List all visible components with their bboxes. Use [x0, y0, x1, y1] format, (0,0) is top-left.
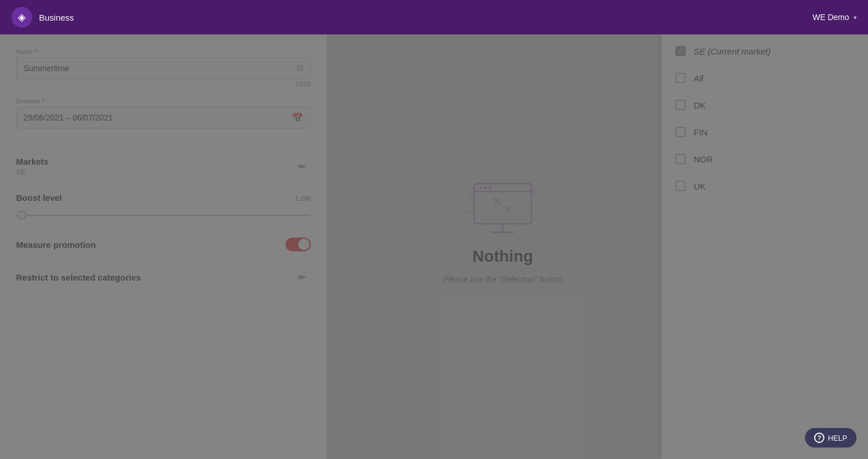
chevron-down-icon: ▾ — [854, 14, 857, 21]
overlay — [0, 34, 868, 459]
help-button[interactable]: ? HELP — [805, 428, 857, 448]
topbar: ◈ Business WE Demo ▾ — [0, 0, 868, 34]
topbar-user: WE Demo — [812, 13, 849, 22]
topbar-logo: ◈ — [11, 7, 32, 28]
logo-icon: ◈ — [18, 11, 26, 24]
help-icon: ? — [814, 433, 824, 443]
help-label: HELP — [828, 434, 847, 442]
topbar-right: WE Demo ▾ — [812, 13, 857, 22]
topbar-brand: Business — [39, 13, 74, 22]
